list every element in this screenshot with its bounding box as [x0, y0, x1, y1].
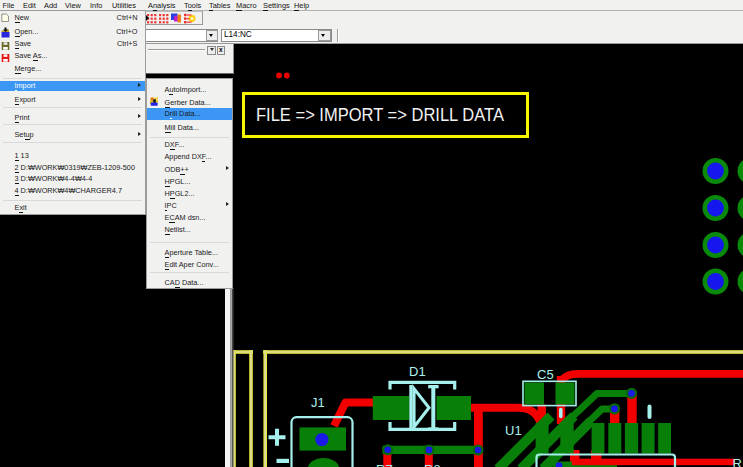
- svg-text:R7: R7: [376, 462, 393, 467]
- svg-text:C5: C5: [537, 367, 554, 382]
- svg-text:R8: R8: [424, 462, 441, 467]
- svg-text:U1: U1: [505, 423, 522, 438]
- svg-text:D1: D1: [409, 364, 426, 379]
- svg-text:J1: J1: [311, 395, 325, 410]
- svg-text:R: R: [733, 456, 742, 467]
